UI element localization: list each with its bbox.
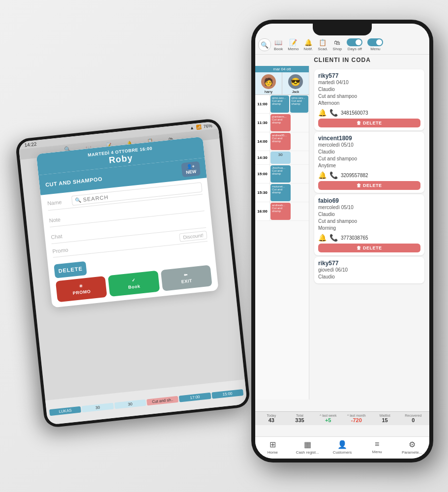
nav-scad-label: Scad.	[318, 47, 328, 51]
phone-notch	[313, 24, 372, 35]
appointment-modal: MARTEDÌ 4 OTTOBRE 16:00 Roby CUT AND SHA…	[36, 137, 219, 308]
nav-daysoff-label: Days off	[348, 47, 362, 51]
client-0-actions: 🔔 📞 3481560073	[318, 109, 420, 117]
nav-book-label: Book	[274, 47, 283, 51]
search-icon: 🔍	[75, 197, 81, 203]
appt-1400-0[interactable]: andrea95...Cut and shamp	[270, 133, 291, 150]
back-phone: 14:22 ▲ 📶 76% 🔍 📖 📝 🔔 📋 🛍 MARTEDÌ 4 OTTO…	[15, 118, 250, 429]
delete-button-2[interactable]: 🗑 DELETE	[318, 244, 420, 252]
cal-cell-2: 30	[114, 399, 146, 409]
client-1-actions: 🔔 📞 3209557882	[318, 171, 420, 179]
nav-scad[interactable]: 📋 Scad.	[316, 38, 329, 52]
slot-1400: 14:00 andrea95...Cut and shamp	[255, 132, 309, 151]
nav-memo-label: Memo	[288, 47, 299, 51]
exit-label: EXIT	[181, 278, 192, 284]
tab-cash-register[interactable]: ▦ Cash regist...	[290, 437, 325, 459]
tab-customers-label: Customers	[333, 450, 352, 455]
modal-delete-button[interactable]: DELETE	[54, 261, 87, 278]
queue-list: riky577 martedì 04/10ClaudioCut and sham…	[309, 66, 429, 400]
modal-note-label: Note	[49, 215, 74, 223]
tab-home-label: Home	[268, 450, 278, 455]
menu-toggle[interactable]	[367, 38, 383, 46]
queue-title: CLIENTI IN CODA	[255, 55, 429, 64]
delete-button-1[interactable]: 🗑 DELETE	[318, 181, 420, 190]
delete-button-0[interactable]: 🗑 DELETE	[318, 119, 420, 127]
client-3-detail: giovedì 06/10Claudio	[318, 267, 420, 280]
appt-1430-1	[292, 152, 309, 164]
stats-recovered-label: Recovered	[405, 414, 421, 417]
home-icon: ⊞	[269, 440, 276, 449]
schedule-date: mar 04 ott	[255, 66, 309, 72]
stats-bar: Today 43 Total 335 ^ last week +5 ^ last…	[255, 411, 429, 425]
search-icon: 🔍	[261, 41, 269, 49]
slot-1100: 11:00 simo.sev...Cut and shamp simo.sev.…	[255, 95, 309, 114]
front-phone-inner: 🔍 📖 Book 📝 Memo 🔔 Notif. 📋 Scad. 🛍 Shop	[255, 24, 429, 459]
schedule-slots: 11:00 simo.sev...Cut and shamp simo.sev.…	[255, 95, 309, 400]
search-button[interactable]: 🔍	[258, 38, 271, 51]
client-3-name: riky577	[318, 260, 420, 267]
stats-today: Today 43	[258, 414, 285, 423]
stats-lastweek-label: ^ last week	[320, 414, 336, 417]
exit-button[interactable]: ⬅ EXIT	[160, 265, 212, 291]
bottom-tabs: ⊞ Home ▦ Cash regist... 👤 Customers ≡ Me…	[255, 436, 429, 459]
tab-customers[interactable]: 👤 Customers	[325, 437, 360, 459]
modal-chat-label: Chat	[51, 231, 76, 240]
appt-1430-0[interactable]: 30	[270, 152, 291, 164]
queue-item-0: riky577 martedì 04/10ClaudioCut and sham…	[314, 69, 424, 130]
phone-icon-2[interactable]: 📞	[329, 234, 338, 242]
bell-icon-0[interactable]: 🔔	[318, 109, 327, 117]
tab-parameters[interactable]: ⚙ Paramete...	[394, 437, 429, 459]
bell-icon-2[interactable]: 🔔	[318, 234, 327, 242]
staff-headers: 🧑 harry 😎 Jack	[255, 72, 309, 95]
nav-menu-label: Menu	[370, 47, 380, 51]
appt-1500-0[interactable]: Joschua...Cut and shamp	[270, 165, 291, 183]
book-label: Book	[128, 284, 140, 290]
gear-icon: ⚙	[409, 440, 416, 449]
tab-home[interactable]: ⊞ Home	[255, 437, 290, 459]
nav-shop[interactable]: 🛍 Shop	[331, 38, 344, 52]
cal-cell-4: 17:00	[179, 392, 211, 402]
appt-1530-0[interactable]: mutunet...Cut and shamp	[270, 184, 291, 201]
stats-waitlist-value: 15	[382, 417, 388, 423]
client-2-icons: 🔔 📞 3773038765	[318, 234, 368, 242]
client-0-icons: 🔔 📞 3481560073	[318, 109, 368, 117]
appt-1600-0[interactable]: andreab...Cut and shamp	[270, 203, 291, 220]
client-0-detail: martedì 04/10ClaudioCut and shampooAfter…	[318, 79, 420, 107]
appt-1100-0[interactable]: simo.sev...Cut and shamp	[270, 95, 289, 113]
appt-1130-0[interactable]: piantaem...Cut and shamp	[270, 114, 291, 131]
queue-item-1: vincent1809 mercoledì 05/10ClaudioCut an…	[314, 132, 424, 193]
daysoff-toggle[interactable]	[347, 38, 362, 46]
phone-icon-0[interactable]: 📞	[329, 109, 338, 117]
phone-icon-1[interactable]: 📞	[329, 171, 338, 179]
schedule-panel: mar 04 ott 🧑 harry 😎 Jack	[255, 66, 309, 400]
promo-button[interactable]: ✳ PROMO	[56, 276, 107, 302]
tab-menu[interactable]: ≡ Menu	[359, 437, 394, 459]
client-1-icons: 🔔 📞 3209557882	[318, 171, 368, 179]
nav-notif[interactable]: 🔔 Notif.	[301, 38, 315, 52]
modal-discount-button[interactable]: Discount!	[179, 231, 207, 242]
modal-new-button[interactable]: 👤+ NEW	[181, 161, 201, 178]
appt-1130-1	[292, 114, 309, 131]
cash-register-icon: ▦	[304, 440, 311, 449]
nav-memo[interactable]: 📝 Memo	[286, 38, 300, 52]
stats-recovered: Recovered 0	[400, 414, 426, 423]
client-1-detail: mercoledì 05/10ClaudioCut and shampooAny…	[318, 142, 420, 169]
staff-harry: 🧑 harry	[255, 72, 282, 94]
nav-menu[interactable]: Menu	[365, 37, 385, 52]
stats-total: Total 335	[287, 414, 313, 423]
stats-total-value: 335	[295, 417, 304, 423]
appt-1100-1[interactable]: simo.sev...Cut and shamp	[290, 95, 309, 113]
cal-cell-1: 30	[82, 402, 114, 412]
slot-1130: 11:30 piantaem...Cut and shamp	[255, 114, 309, 132]
slot-1430: 14:30 30	[255, 151, 309, 165]
cal-cell-3: Cut and sh..	[147, 396, 179, 405]
promo-label: PROMO	[72, 289, 90, 296]
nav-daysoff[interactable]: Days off	[345, 37, 364, 52]
bell-icon-1[interactable]: 🔔	[318, 171, 327, 179]
modal-overlay: MARTEDÌ 4 OTTOBRE 16:00 Roby CUT AND SHA…	[18, 121, 247, 425]
modal-promo-label: Promo	[52, 246, 77, 254]
client-1-phone: 3209557882	[341, 173, 368, 178]
nav-book[interactable]: 📖 Book	[272, 38, 285, 52]
stats-today-value: 43	[269, 417, 274, 423]
book-button[interactable]: ✓ Book	[108, 271, 160, 297]
